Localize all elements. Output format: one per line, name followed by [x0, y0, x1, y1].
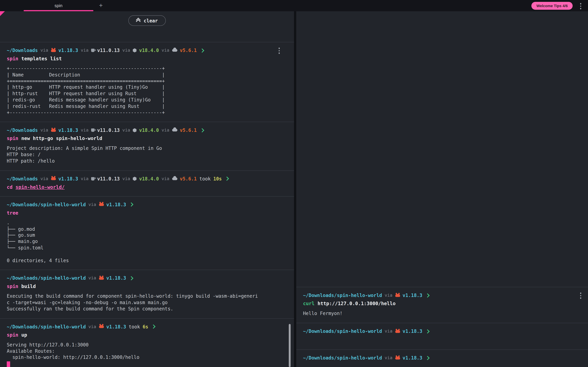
- tab-bar: spin + Welcome Tips 4/6: [0, 0, 588, 11]
- prompt-arrow-icon: [200, 128, 204, 132]
- command-block-cd[interactable]: ~/Downloads via v1.18.3 via v11.0.13 via…: [0, 170, 294, 196]
- rust-crab-icon: [51, 177, 56, 180]
- command-line: cdspin-hello-world/: [7, 184, 287, 190]
- swift-cloud-icon: [172, 177, 177, 180]
- window-menu-icon[interactable]: [580, 3, 581, 9]
- command-output: . ├── go.mod ├── go.sum ├── main.go └── …: [7, 220, 287, 264]
- command-block-empty[interactable]: ~/Downloads/spin-hello-world via v1.18.3: [296, 323, 588, 349]
- prompt-line: ~/Downloads/spin-hello-world via v1.18.3…: [7, 324, 287, 330]
- rust-version: v1.18.3: [403, 292, 422, 299]
- cwd-path: ~/Downloads/spin-hello-world: [303, 292, 382, 299]
- command-line: spinbuild: [7, 283, 287, 290]
- prompt-arrow-icon: [425, 293, 430, 298]
- prompt-arrow-icon: [225, 176, 229, 181]
- via-label: via: [81, 127, 88, 133]
- command-args: templates list: [21, 56, 62, 61]
- swift-version: v5.6.1: [180, 175, 197, 182]
- block-menu-icon[interactable]: [278, 47, 281, 55]
- clear-button-label: clear: [144, 18, 158, 24]
- command-args: new http-go spin-hello-world: [21, 136, 102, 141]
- active-tab-underline: [24, 10, 93, 11]
- java-mug-icon: [91, 177, 95, 180]
- rust-crab-icon: [99, 203, 104, 206]
- cwd-path: ~/Downloads: [7, 47, 38, 53]
- command-duration: 10s: [213, 175, 222, 182]
- empty-scrollback-area: [296, 11, 588, 287]
- warp-terminal: spin + Welcome Tips 4/6 clear ~/Download…: [0, 0, 588, 367]
- command-line: spinup: [7, 332, 287, 338]
- command-line: curlhttp://127.0.0.1:3000/hello: [303, 300, 581, 307]
- via-label: via: [385, 355, 392, 361]
- command-block-new-app[interactable]: ~/Downloads via v1.18.3 via v11.0.13 via…: [0, 122, 294, 170]
- command-args: http://127.0.0.1:3000/hello: [318, 301, 396, 306]
- rust-version: v1.18.3: [106, 275, 126, 281]
- command-block-tree[interactable]: ~/Downloads/spin-hello-world via v1.18.3…: [0, 196, 294, 270]
- rust-crab-icon: [51, 129, 56, 132]
- cwd-path: ~/Downloads: [7, 127, 38, 133]
- java-mug-icon: [91, 49, 95, 52]
- command-name: tree: [7, 210, 18, 216]
- command-name: spin: [7, 136, 18, 141]
- via-label: via: [41, 47, 48, 53]
- terminal-pane-left[interactable]: clear ~/Downloads via v1.18.3 via v11.0.…: [0, 11, 294, 367]
- java-mug-icon: [91, 129, 95, 132]
- prompt-line: ~/Downloads via v1.18.3 via v11.0.13 via…: [7, 127, 287, 133]
- pane-toolbar: clear: [0, 11, 294, 42]
- node-version: v18.4.0: [139, 127, 159, 133]
- command-args-directory-link[interactable]: spin-hello-world/: [16, 184, 65, 190]
- cwd-path: ~/Downloads/spin-hello-world: [7, 275, 86, 281]
- prompt-line: ~/Downloads/spin-hello-world via v1.18.3: [7, 201, 287, 208]
- via-label: via: [162, 47, 169, 53]
- command-output: Serving http://127.0.0.1:3000 Available …: [7, 342, 287, 361]
- via-label: via: [122, 47, 130, 53]
- cwd-path: ~/Downloads/spin-hello-world: [7, 201, 86, 208]
- command-block-templates-list[interactable]: ~/Downloads via v1.18.3 via v11.0.13 via…: [0, 42, 294, 122]
- via-label: via: [88, 201, 96, 208]
- cwd-path: ~/Downloads: [7, 175, 38, 182]
- command-output: Executing the build command for componen…: [7, 293, 287, 312]
- node-version: v18.4.0: [139, 47, 159, 53]
- new-tab-icon[interactable]: +: [96, 1, 106, 10]
- command-block-up[interactable]: ~/Downloads/spin-hello-world via v1.18.3…: [0, 318, 294, 367]
- scrollbar-thumb[interactable]: [289, 324, 291, 367]
- terminal-pane-right[interactable]: ~/Downloads/spin-hello-world via v1.18.3…: [296, 11, 588, 367]
- swift-version: v5.6.1: [180, 47, 197, 53]
- node-hexagon-icon: [133, 177, 137, 181]
- command-block-build[interactable]: ~/Downloads/spin-hello-world via v1.18.3…: [0, 270, 294, 318]
- cwd-path: ~/Downloads/spin-hello-world: [303, 328, 382, 334]
- via-label: via: [122, 127, 130, 133]
- command-output: +---------------------------------------…: [7, 66, 287, 116]
- command-duration: 6s: [143, 324, 148, 330]
- prompt-line: ~/Downloads/spin-hello-world via v1.18.3: [303, 328, 581, 334]
- pane-divider[interactable]: [294, 11, 296, 367]
- rust-crab-icon: [99, 277, 104, 280]
- node-version: v18.4.0: [139, 175, 159, 182]
- java-version: v11.0.13: [97, 175, 120, 182]
- via-label: via: [88, 275, 96, 281]
- rust-version: v1.18.3: [58, 175, 78, 182]
- tab-spin[interactable]: spin: [24, 0, 93, 11]
- current-prompt-block[interactable]: ~/Downloads/spin-hello-world via v1.18.3: [296, 349, 588, 367]
- prompt-arrow-icon: [425, 329, 430, 333]
- prompt-arrow-icon: [200, 48, 204, 52]
- block-menu-icon[interactable]: [579, 292, 582, 299]
- via-label: via: [385, 292, 392, 299]
- rust-version: v1.18.3: [403, 328, 422, 334]
- via-label: via: [41, 127, 48, 133]
- command-name: spin: [7, 284, 18, 289]
- prompt-arrow-icon: [129, 202, 133, 207]
- clear-button[interactable]: clear: [128, 15, 166, 26]
- via-label: via: [385, 328, 392, 334]
- prompt-line: ~/Downloads/spin-hello-world via v1.18.3: [303, 355, 581, 361]
- rust-crab-icon: [395, 356, 400, 359]
- welcome-tips-badge[interactable]: Welcome Tips 4/6: [532, 2, 572, 10]
- took-label: took: [199, 175, 211, 182]
- command-name: cd: [7, 184, 13, 190]
- rust-crab-icon: [395, 330, 400, 333]
- via-label: via: [41, 175, 48, 182]
- command-block-curl[interactable]: ~/Downloads/spin-hello-world via v1.18.3…: [296, 287, 588, 323]
- rust-version: v1.18.3: [106, 324, 126, 330]
- via-label: via: [162, 175, 169, 182]
- command-line: tree: [7, 210, 287, 216]
- node-hexagon-icon: [133, 128, 137, 132]
